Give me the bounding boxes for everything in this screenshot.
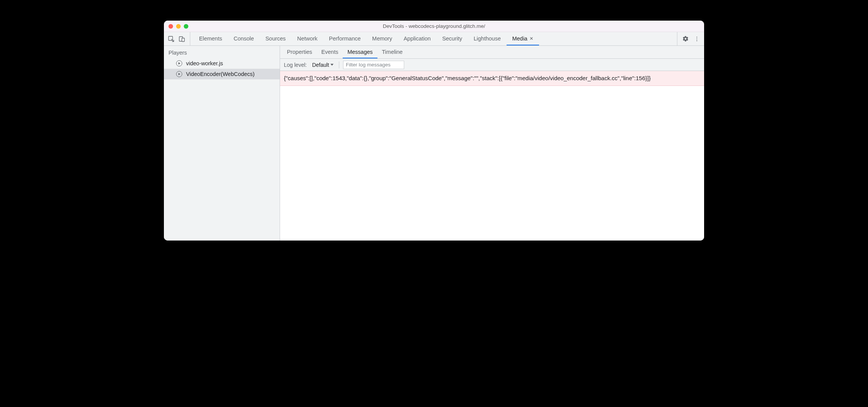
tab-label: Network — [297, 36, 317, 42]
play-icon — [176, 60, 182, 66]
close-icon[interactable]: ✕ — [530, 36, 533, 41]
subtab-properties[interactable]: Properties — [282, 46, 317, 58]
main-tab-list: ElementsConsoleSourcesNetworkPerformance… — [193, 32, 677, 45]
tab-console[interactable]: Console — [228, 32, 259, 45]
messages-toolbar: Log level: Default — [280, 59, 704, 71]
tabbar-left-tools — [167, 32, 190, 45]
tab-sources[interactable]: Sources — [260, 32, 291, 45]
media-main: PropertiesEventsMessagesTimeline Log lev… — [280, 46, 704, 241]
players-sidebar: Players video-worker.jsVideoEncoder(WebC… — [164, 46, 280, 241]
svg-point-5 — [696, 40, 697, 41]
tab-lighthouse[interactable]: Lighthouse — [468, 32, 507, 45]
log-level-label: Log level: — [284, 62, 307, 68]
players-list: video-worker.jsVideoEncoder(WebCodecs) — [164, 58, 280, 79]
tab-label: Sources — [266, 36, 286, 42]
play-icon — [176, 71, 182, 77]
messages-list: {"causes":[],"code":1543,"data":{},"grou… — [280, 71, 704, 241]
settings-icon[interactable] — [681, 35, 690, 43]
window-close-button[interactable] — [168, 24, 173, 29]
player-label: VideoEncoder(WebCodecs) — [186, 71, 254, 77]
tab-label: Application — [403, 36, 431, 42]
player-label: video-worker.js — [186, 60, 223, 66]
player-video-worker[interactable]: video-worker.js — [164, 58, 280, 69]
devtools-window: DevTools - webcodecs-playground.glitch.m… — [164, 21, 704, 241]
svg-rect-2 — [182, 38, 185, 41]
svg-point-3 — [696, 37, 697, 37]
tab-memory[interactable]: Memory — [366, 32, 398, 45]
tab-label: Console — [233, 36, 254, 42]
window-title: DevTools - webcodecs-playground.glitch.m… — [164, 23, 704, 29]
subtab-events[interactable]: Events — [317, 46, 343, 58]
titlebar: DevTools - webcodecs-playground.glitch.m… — [164, 21, 704, 32]
toolbar-divider — [339, 61, 339, 68]
tab-label: Performance — [329, 36, 361, 42]
svg-point-4 — [696, 38, 697, 39]
tab-network[interactable]: Network — [291, 32, 323, 45]
media-subtabs: PropertiesEventsMessagesTimeline — [280, 46, 704, 59]
tabbar-right-tools — [677, 32, 701, 45]
tab-label: Memory — [372, 36, 392, 42]
tab-elements[interactable]: Elements — [193, 32, 228, 45]
subtab-messages[interactable]: Messages — [343, 46, 377, 58]
inspect-element-icon[interactable] — [167, 35, 175, 43]
log-level-select[interactable]: Default — [311, 61, 335, 69]
tab-label: Lighthouse — [474, 36, 501, 42]
more-icon[interactable] — [693, 35, 701, 43]
tab-application[interactable]: Application — [398, 32, 436, 45]
tab-label: Media — [512, 36, 528, 42]
device-toolbar-icon[interactable] — [178, 35, 186, 43]
tab-media[interactable]: Media✕ — [507, 32, 539, 45]
chevron-down-icon — [330, 64, 334, 66]
tab-label: Elements — [199, 36, 222, 42]
log-message[interactable]: {"causes":[],"code":1543,"data":{},"grou… — [280, 71, 704, 86]
panel-body: Players video-worker.jsVideoEncoder(WebC… — [164, 46, 704, 241]
subtab-timeline[interactable]: Timeline — [377, 46, 407, 58]
window-zoom-button[interactable] — [184, 24, 188, 29]
player-video-encoder[interactable]: VideoEncoder(WebCodecs) — [164, 69, 280, 79]
tab-label: Security — [442, 36, 462, 42]
log-level-value: Default — [312, 62, 329, 68]
tab-performance[interactable]: Performance — [323, 32, 366, 45]
window-minimize-button[interactable] — [176, 24, 181, 29]
window-traffic-lights — [164, 24, 188, 29]
players-title: Players — [164, 46, 280, 58]
filter-input[interactable] — [343, 61, 404, 69]
tab-security[interactable]: Security — [436, 32, 468, 45]
main-tabbar: ElementsConsoleSourcesNetworkPerformance… — [164, 32, 704, 46]
